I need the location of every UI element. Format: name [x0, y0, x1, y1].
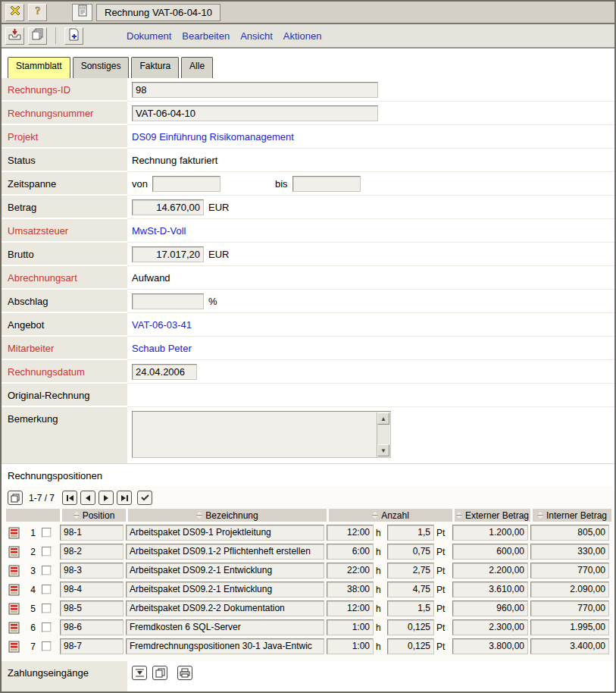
position-cell[interactable]: 98-4	[60, 582, 124, 597]
copy-payments-button[interactable]	[152, 666, 167, 680]
row-checkbox[interactable]	[42, 641, 52, 651]
interner-betrag-cell[interactable]: 805,00	[530, 525, 609, 541]
row-doc-button[interactable]	[6, 603, 21, 615]
select-all-button[interactable]	[137, 491, 152, 505]
header-anzahl[interactable]: Anzahl	[329, 509, 452, 522]
first-page-button[interactable]	[62, 491, 77, 505]
externer-betrag-cell[interactable]: 960,00	[452, 600, 528, 616]
bezeichnung-cell[interactable]: Arbeitspaket DS09.1-2 Pflichtenheft erst…	[126, 544, 324, 560]
help-button[interactable]: ?	[28, 4, 47, 21]
rechnungsdatum-input[interactable]	[132, 364, 197, 380]
betrag-input[interactable]	[132, 199, 204, 215]
row-checkbox[interactable]	[42, 585, 52, 594]
externer-betrag-cell[interactable]: 3.610,00	[452, 582, 528, 597]
bezeichnung-cell[interactable]: Arbeitspaket DS09.2-1 Entwicklung	[126, 582, 324, 597]
anzahl-punkte-cell[interactable]: 0,125	[387, 638, 434, 654]
prev-page-button[interactable]	[80, 491, 95, 505]
row-doc-button[interactable]	[6, 584, 21, 596]
textarea-scrollbar[interactable]: ▲ ▼	[377, 412, 389, 456]
anzahl-stunden-cell[interactable]: 1:00	[327, 619, 374, 635]
header-externer-betrag[interactable]: Externer Betrag	[455, 509, 530, 522]
position-cell[interactable]: 98-5	[60, 600, 124, 616]
copy-rows-button[interactable]	[8, 491, 23, 505]
row-checkbox[interactable]	[42, 547, 52, 557]
menu-bearbeiten[interactable]: Bearbeiten	[182, 30, 230, 42]
interner-betrag-cell[interactable]: 770,00	[530, 600, 609, 616]
bezeichnung-cell[interactable]: Arbeitspaket DS09.2-2 Dokumentation	[126, 600, 324, 616]
row-checkbox[interactable]	[42, 622, 52, 632]
copy-button[interactable]	[28, 27, 47, 45]
next-page-button[interactable]	[98, 491, 114, 505]
row-checkbox[interactable]	[42, 528, 52, 538]
close-button[interactable]	[5, 4, 24, 21]
anzahl-stunden-cell[interactable]: 12:00	[327, 525, 374, 541]
umsatzsteuer-link[interactable]: MwSt-D-Voll	[132, 225, 186, 237]
collapse-list-button[interactable]	[132, 666, 147, 680]
anzahl-punkte-cell[interactable]: 1,5	[387, 525, 434, 541]
mitarbeiter-link[interactable]: Schaub Peter	[132, 343, 192, 354]
interner-betrag-cell[interactable]: 2.090,00	[530, 582, 609, 597]
interner-betrag-cell[interactable]: 770,00	[530, 563, 609, 579]
row-doc-button[interactable]	[6, 622, 21, 634]
row-doc-button[interactable]	[6, 527, 21, 539]
abschlag-input[interactable]	[132, 293, 204, 309]
scroll-down-icon[interactable]: ▼	[377, 444, 389, 456]
externer-betrag-cell[interactable]: 2.300,00	[452, 619, 528, 635]
save-button[interactable]	[5, 27, 24, 45]
row-checkbox[interactable]	[42, 566, 52, 575]
externer-betrag-cell[interactable]: 2.200,00	[452, 563, 528, 579]
anzahl-stunden-cell[interactable]: 6:00	[327, 544, 374, 560]
anzahl-stunden-cell[interactable]: 22:00	[327, 563, 374, 579]
last-page-button[interactable]	[117, 491, 132, 505]
row-doc-button[interactable]	[6, 546, 21, 558]
print-payments-button[interactable]	[177, 666, 192, 680]
anzahl-punkte-cell[interactable]: 0,75	[387, 544, 434, 560]
bezeichnung-cell[interactable]: Fremdrechnungspositionen 30-1 Java-Entwi…	[126, 638, 324, 654]
anzahl-punkte-cell[interactable]: 4,75	[387, 582, 434, 597]
position-cell[interactable]: 98-7	[60, 638, 124, 654]
projekt-link[interactable]: DS09 Einführung Risikomanagement	[132, 131, 294, 143]
header-bezeichnung[interactable]: Bezeichnung	[128, 509, 327, 522]
anzahl-punkte-cell[interactable]: 2,75	[387, 563, 434, 579]
tab-stammblatt[interactable]: Stammblatt	[8, 57, 70, 78]
externer-betrag-cell[interactable]: 1.200,00	[452, 525, 528, 541]
scroll-up-icon[interactable]: ▲	[377, 412, 389, 425]
header-position[interactable]: Position	[62, 509, 126, 522]
menu-ansicht[interactable]: Ansicht	[240, 30, 273, 42]
zeitspanne-bis-input[interactable]	[292, 176, 361, 192]
anzahl-stunden-cell[interactable]: 38:00	[327, 582, 374, 597]
position-cell[interactable]: 98-1	[60, 525, 124, 541]
interner-betrag-cell[interactable]: 3.400,00	[530, 638, 609, 654]
interner-betrag-cell[interactable]: 1.995,00	[530, 619, 609, 635]
interner-betrag-cell[interactable]: 330,00	[530, 544, 609, 560]
tab-alle[interactable]: Alle	[181, 57, 213, 78]
position-cell[interactable]: 98-3	[60, 563, 124, 579]
anzahl-stunden-cell[interactable]: 12:00	[327, 600, 374, 616]
header-interner-betrag[interactable]: Interner Betrag	[533, 509, 611, 522]
angebot-link[interactable]: VAT-06-03-41	[132, 319, 192, 331]
brutto-input[interactable]	[132, 246, 204, 262]
zeitspanne-von-input[interactable]	[152, 176, 220, 192]
menu-aktionen[interactable]: Aktionen	[283, 30, 322, 42]
bezeichnung-cell[interactable]: Arbeitspaket DS09-1 Projektleitung	[126, 525, 324, 541]
menu-dokument[interactable]: Dokument	[127, 30, 171, 42]
anzahl-punkte-cell[interactable]: 1,5	[387, 600, 434, 616]
anzahl-punkte-cell[interactable]: 0,125	[387, 619, 434, 635]
anzahl-stunden-cell[interactable]: 1:00	[327, 638, 374, 654]
rechnungsnummer-input[interactable]	[132, 105, 378, 121]
tab-faktura[interactable]: Faktura	[131, 57, 179, 78]
bemerkung-textarea[interactable]: ▲ ▼	[132, 411, 391, 458]
position-cell[interactable]: 98-6	[60, 619, 124, 635]
externer-betrag-cell[interactable]: 600,00	[452, 544, 528, 560]
invoice-doc-button[interactable]	[72, 4, 92, 21]
row-doc-button[interactable]	[6, 565, 21, 577]
tab-sonstiges[interactable]: Sonstiges	[73, 57, 130, 78]
rechnungs-id-input[interactable]	[132, 82, 378, 98]
new-document-button[interactable]	[64, 27, 83, 45]
bezeichnung-cell[interactable]: Fremdkosten 6 SQL-Server	[126, 619, 324, 635]
externer-betrag-cell[interactable]: 3.800,00	[452, 638, 528, 654]
bezeichnung-cell[interactable]: Arbeitspaket DS09.2-1 Entwicklung	[126, 563, 324, 579]
row-doc-button[interactable]	[6, 641, 21, 653]
row-checkbox[interactable]	[42, 604, 52, 613]
position-cell[interactable]: 98-2	[60, 544, 124, 560]
